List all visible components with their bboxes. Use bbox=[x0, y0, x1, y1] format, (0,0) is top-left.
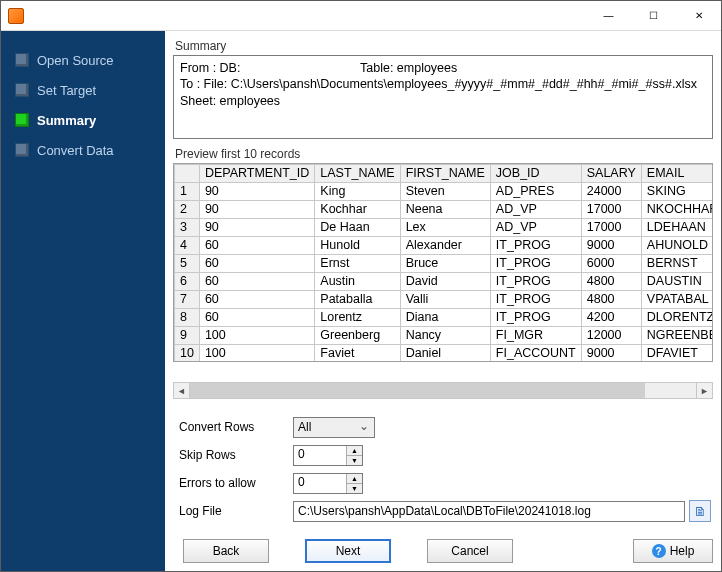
row-number-header bbox=[175, 164, 200, 182]
cell: Lex bbox=[400, 218, 490, 236]
col-header[interactable]: LAST_NAME bbox=[315, 164, 400, 182]
cell: Austin bbox=[315, 272, 400, 290]
cell: 12000 bbox=[581, 326, 641, 344]
cell: Kochhar bbox=[315, 200, 400, 218]
close-button[interactable]: ✕ bbox=[676, 1, 721, 31]
help-icon: ? bbox=[652, 544, 666, 558]
document-icon: 🗎 bbox=[694, 504, 707, 519]
step-box-icon bbox=[15, 53, 29, 67]
spinner-up-icon[interactable]: ▲ bbox=[347, 474, 362, 484]
col-header[interactable]: FIRST_NAME bbox=[400, 164, 490, 182]
row-number: 7 bbox=[175, 290, 200, 308]
browse-log-button[interactable]: 🗎 bbox=[689, 500, 711, 522]
wizard-buttons: Back Next Cancel ? Help bbox=[173, 539, 713, 563]
wizard-sidebar: Open Source Set Target Summary Convert D… bbox=[1, 31, 165, 571]
cell: 100 bbox=[199, 344, 314, 362]
table-row[interactable]: 390De HaanLexAD_VP17000LDEHAAN100 bbox=[175, 218, 714, 236]
cell: De Haan bbox=[315, 218, 400, 236]
back-button[interactable]: Back bbox=[183, 539, 269, 563]
scroll-track[interactable] bbox=[190, 382, 696, 399]
cell: SKING bbox=[641, 182, 713, 200]
scroll-thumb[interactable] bbox=[190, 383, 645, 398]
next-button[interactable]: Next bbox=[305, 539, 391, 563]
spinner-down-icon[interactable]: ▼ bbox=[347, 484, 362, 493]
cell: Ernst bbox=[315, 254, 400, 272]
row-number: 6 bbox=[175, 272, 200, 290]
cell: 4200 bbox=[581, 308, 641, 326]
col-header[interactable]: SALARY bbox=[581, 164, 641, 182]
summary-text: From : DB: Table: employees To : File: C… bbox=[173, 55, 713, 139]
table-row[interactable]: 290KochharNeenaAD_VP17000NKOCHHAR100 bbox=[175, 200, 714, 218]
help-label: Help bbox=[670, 544, 695, 558]
spinner-up-icon[interactable]: ▲ bbox=[347, 446, 362, 456]
cell: Daniel bbox=[400, 344, 490, 362]
table-row[interactable]: 660AustinDavidIT_PROG4800DAUSTIN103 bbox=[175, 272, 714, 290]
cell: AD_VP bbox=[490, 200, 581, 218]
cell: 90 bbox=[199, 182, 314, 200]
options-form: Convert Rows All Skip Rows 0 ▲ ▼ bbox=[173, 413, 713, 525]
cell: AD_PRES bbox=[490, 182, 581, 200]
step-box-icon bbox=[15, 143, 29, 157]
cell: FI_MGR bbox=[490, 326, 581, 344]
cell: 90 bbox=[199, 200, 314, 218]
table-row[interactable]: 190KingStevenAD_PRES24000SKINGnull bbox=[175, 182, 714, 200]
errors-label: Errors to allow bbox=[179, 476, 293, 490]
app-window: — ☐ ✕ Open Source Set Target Summary Con… bbox=[0, 0, 722, 572]
cell: DAUSTIN bbox=[641, 272, 713, 290]
table-row[interactable]: 9100GreenbergNancyFI_MGR12000NGREENBE101 bbox=[175, 326, 714, 344]
scroll-right-icon[interactable]: ► bbox=[696, 382, 713, 399]
row-number: 4 bbox=[175, 236, 200, 254]
convert-rows-select[interactable]: All bbox=[293, 417, 375, 438]
nav-set-target[interactable]: Set Target bbox=[1, 75, 165, 105]
cell: King bbox=[315, 182, 400, 200]
cell: Diana bbox=[400, 308, 490, 326]
nav-open-source[interactable]: Open Source bbox=[1, 45, 165, 75]
help-button[interactable]: ? Help bbox=[633, 539, 713, 563]
horizontal-scrollbar[interactable]: ◄ ► bbox=[173, 382, 713, 399]
log-file-label: Log File bbox=[179, 504, 293, 518]
cell: Lorentz bbox=[315, 308, 400, 326]
cell: 6000 bbox=[581, 254, 641, 272]
row-number: 8 bbox=[175, 308, 200, 326]
cell: 17000 bbox=[581, 200, 641, 218]
cell: DLORENTZ bbox=[641, 308, 713, 326]
nav-label: Set Target bbox=[37, 83, 96, 98]
cell: IT_PROG bbox=[490, 308, 581, 326]
scroll-left-icon[interactable]: ◄ bbox=[173, 382, 190, 399]
maximize-button[interactable]: ☐ bbox=[631, 1, 676, 31]
table-row[interactable]: 560ErnstBruceIT_PROG6000BERNST103 bbox=[175, 254, 714, 272]
cell: 4800 bbox=[581, 272, 641, 290]
minimize-button[interactable]: — bbox=[586, 1, 631, 31]
col-header[interactable]: EMAIL bbox=[641, 164, 713, 182]
spinner-down-icon[interactable]: ▼ bbox=[347, 456, 362, 465]
table-row[interactable]: 860LorentzDianaIT_PROG4200DLORENTZ103 bbox=[175, 308, 714, 326]
col-header[interactable]: DEPARTMENT_ID bbox=[199, 164, 314, 182]
nav-label: Convert Data bbox=[37, 143, 114, 158]
cell: IT_PROG bbox=[490, 290, 581, 308]
skip-rows-spinner[interactable]: 0 ▲ ▼ bbox=[293, 445, 363, 466]
cell: Faviet bbox=[315, 344, 400, 362]
cell: Neena bbox=[400, 200, 490, 218]
table-row[interactable]: 460HunoldAlexanderIT_PROG9000AHUNOLD102 bbox=[175, 236, 714, 254]
preview-table-container: DEPARTMENT_ID LAST_NAME FIRST_NAME JOB_I… bbox=[173, 163, 713, 362]
cell: NGREENBE bbox=[641, 326, 713, 344]
cancel-button[interactable]: Cancel bbox=[427, 539, 513, 563]
nav-summary[interactable]: Summary bbox=[1, 105, 165, 135]
cell: 60 bbox=[199, 290, 314, 308]
table-row[interactable]: 10100FavietDanielFI_ACCOUNT9000DFAVIET10… bbox=[175, 344, 714, 362]
cell: 24000 bbox=[581, 182, 641, 200]
cell: 60 bbox=[199, 272, 314, 290]
errors-spinner[interactable]: 0 ▲ ▼ bbox=[293, 473, 363, 494]
cell: 17000 bbox=[581, 218, 641, 236]
cell: Pataballa bbox=[315, 290, 400, 308]
col-header[interactable]: JOB_ID bbox=[490, 164, 581, 182]
cell: AHUNOLD bbox=[641, 236, 713, 254]
nav-convert-data[interactable]: Convert Data bbox=[1, 135, 165, 165]
row-number: 5 bbox=[175, 254, 200, 272]
cell: DFAVIET bbox=[641, 344, 713, 362]
cell: David bbox=[400, 272, 490, 290]
cell: 60 bbox=[199, 236, 314, 254]
cell: LDEHAAN bbox=[641, 218, 713, 236]
table-row[interactable]: 760PataballaValliIT_PROG4800VPATABAL103 bbox=[175, 290, 714, 308]
log-file-input[interactable] bbox=[293, 501, 685, 522]
